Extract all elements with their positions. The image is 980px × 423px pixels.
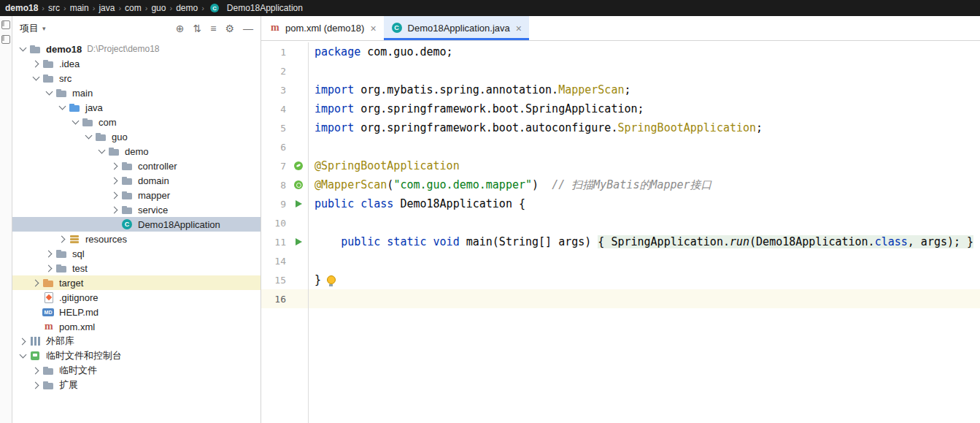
tree-item[interactable]: com (12, 115, 261, 129)
tree-item[interactable]: 临时文件 (12, 363, 261, 378)
breadcrumb-item[interactable]: demo (174, 3, 199, 13)
gutter-icons (289, 194, 308, 213)
lib-icon (29, 335, 42, 348)
chevron-down-icon[interactable] (56, 100, 69, 115)
tree-item[interactable]: 外部库 (12, 334, 261, 348)
run-icon[interactable] (296, 238, 302, 245)
project-view-selector[interactable]: 项目 ▾ (20, 22, 46, 35)
tree-item-path: D:\Project\demo18 (87, 44, 159, 54)
tree-item-label: java (85, 102, 103, 113)
tree-item[interactable]: service (12, 202, 261, 217)
breadcrumb-separator: › (93, 4, 96, 12)
code-line: 1package com.guo.demo; (261, 42, 980, 61)
tree-item[interactable]: main (12, 85, 261, 100)
tab-close-icon[interactable]: × (516, 23, 522, 34)
editor-tab[interactable]: Demo18Application.java× (384, 16, 529, 40)
folder-icon (69, 102, 81, 114)
chevron-right-icon[interactable] (109, 159, 121, 173)
chevron-right-icon[interactable] (30, 275, 42, 290)
md-icon (42, 306, 55, 319)
tree-item[interactable]: sql (12, 246, 261, 261)
gutter-icons (289, 61, 308, 80)
code-line: 6 (261, 137, 980, 156)
run-icon[interactable] (296, 200, 302, 207)
chevron-right-icon[interactable] (56, 232, 69, 246)
breadcrumb-item[interactable]: demo18 (4, 3, 39, 13)
code-line-text: package com.guo.demo; (308, 42, 980, 61)
tree-item[interactable]: controller (12, 159, 261, 173)
tree-item-label: 外部库 (46, 335, 74, 348)
tree-item-label: src (59, 73, 72, 84)
breadcrumb-item[interactable]: java (97, 3, 116, 13)
editor-tab[interactable]: pom.xml (demo18)× (261, 16, 384, 40)
tree-item[interactable]: 临时文件和控制台 (12, 348, 261, 363)
tree-item[interactable]: .idea (12, 56, 261, 71)
folder-icon (42, 277, 55, 289)
breadcrumb-item[interactable]: guo (150, 3, 167, 13)
breadcrumb-item[interactable]: main (69, 3, 90, 13)
chevron-right-icon[interactable] (17, 334, 29, 348)
tree-item[interactable]: .gitignore (12, 290, 261, 305)
folder-icon (55, 262, 68, 275)
intention-bulb-icon[interactable] (327, 275, 336, 284)
tree-item[interactable]: resources (12, 232, 261, 246)
chevron-down-icon[interactable] (17, 42, 29, 56)
maven-icon (269, 22, 281, 34)
chevron-right-icon[interactable] (43, 246, 55, 261)
line-number: 16 (261, 289, 289, 308)
code-line-text (308, 213, 980, 232)
chevron-down-icon[interactable] (43, 85, 55, 100)
chevron-down-icon[interactable] (82, 129, 95, 144)
code-line-text (308, 289, 980, 308)
tree-item-label: HELP.md (59, 307, 99, 318)
breadcrumb-item[interactable]: Demo18Application (225, 3, 304, 13)
tree-item[interactable]: HELP.md (12, 305, 261, 319)
chevron-right-icon[interactable] (30, 363, 42, 378)
chevron-right-icon[interactable] (109, 202, 121, 217)
collapse-all-icon[interactable]: ≡ (210, 23, 216, 34)
chevron-right-icon[interactable] (43, 261, 55, 275)
code-line-text: import org.springframework.boot.SpringAp… (308, 99, 980, 118)
chevron-down-icon[interactable] (17, 348, 29, 363)
spring-bean-icon[interactable] (294, 180, 303, 189)
tree-item[interactable]: src (12, 71, 261, 85)
class-icon (121, 218, 134, 231)
tree-item[interactable]: pom.xml (12, 319, 261, 334)
code-line-text (308, 251, 980, 270)
code-line-text: } (308, 270, 980, 289)
code-filler (261, 308, 980, 423)
chevron-right-icon[interactable] (30, 378, 42, 392)
gutter-icons (289, 175, 308, 194)
chevron-down-icon[interactable] (30, 71, 42, 85)
expand-all-icon[interactable]: ⇅ (193, 23, 202, 34)
tree-item[interactable]: demo (12, 144, 261, 159)
breadcrumb-item[interactable]: com (123, 3, 143, 13)
tree-item[interactable]: Demo18Application (12, 217, 261, 232)
settings-gear-icon[interactable]: ⚙ (225, 23, 234, 34)
spring-icon[interactable] (294, 161, 303, 170)
structure-tool-window-icon[interactable] (1, 35, 10, 44)
gutter-icons (289, 137, 308, 156)
chevron-right-icon[interactable] (109, 173, 121, 188)
tree-item[interactable]: 扩展 (12, 378, 261, 392)
tree-item[interactable]: guo (12, 129, 261, 144)
code-editor[interactable]: 1package com.guo.demo;23import org.mybat… (261, 41, 980, 423)
tree-item-label: 临时文件和控制台 (46, 349, 122, 362)
project-tool-window-icon[interactable] (1, 20, 10, 29)
hide-panel-icon[interactable]: — (243, 23, 253, 34)
tree-item[interactable]: demo18D:\Project\demo18 (12, 42, 261, 56)
chevron-down-icon[interactable] (96, 144, 108, 159)
chevron-right-icon[interactable] (30, 56, 42, 71)
tool-window-stripe (0, 16, 12, 423)
code-line: 4import org.springframework.boot.SpringA… (261, 99, 980, 118)
locate-file-icon[interactable]: ⊕ (176, 23, 185, 34)
tab-close-icon[interactable]: × (370, 23, 376, 34)
chevron-right-icon[interactable] (109, 188, 121, 202)
tree-item[interactable]: mapper (12, 188, 261, 202)
tree-item[interactable]: test (12, 261, 261, 275)
tree-item[interactable]: java (12, 100, 261, 115)
tree-item[interactable]: domain (12, 173, 261, 188)
tree-item[interactable]: target (12, 275, 261, 290)
breadcrumb-item[interactable]: src (47, 3, 61, 13)
chevron-down-icon[interactable] (69, 115, 82, 129)
